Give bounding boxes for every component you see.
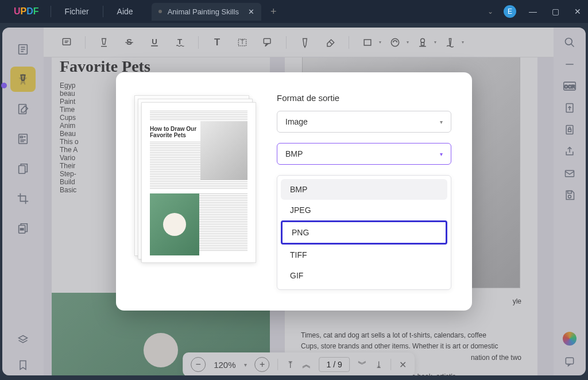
option-bmp[interactable]: BMP <box>281 179 447 200</box>
chevron-down-icon[interactable]: ⌄ <box>488 7 493 15</box>
close-icon[interactable]: ✕ <box>248 7 254 16</box>
page-thumbnail-preview: How to Draw Our Favorite Pets <box>132 93 258 290</box>
document-tab[interactable]: Animal Painting Skills ✕ <box>152 3 261 21</box>
maximize-icon[interactable]: ▢ <box>550 7 562 16</box>
new-tab-button[interactable]: + <box>270 6 277 18</box>
format-dropdown: BMP JPEG PNG TIFF GIF <box>277 175 451 290</box>
menu-file[interactable]: Fichier <box>53 7 100 16</box>
titlebar: UPDF Fichier Aide Animal Painting Skills… <box>0 0 588 23</box>
option-jpeg[interactable]: JPEG <box>281 200 447 220</box>
format-type-select[interactable]: Image ▾ <box>277 111 451 133</box>
image-format-select[interactable]: BMP ▾ <box>277 143 451 165</box>
tab-title: Animal Painting Skills <box>168 7 239 16</box>
workspace: OCR S U T T T ▾ ▾ <box>2 28 586 375</box>
app-logo: UPDF <box>5 6 48 17</box>
close-window-icon[interactable]: ✕ <box>572 7 583 16</box>
side-indicator-dot <box>1 83 7 88</box>
menu-help[interactable]: Aide <box>106 7 145 16</box>
output-format-label: Format de sortie <box>277 93 451 103</box>
option-png[interactable]: PNG <box>281 220 447 245</box>
option-gif[interactable]: GIF <box>281 265 447 286</box>
chevron-down-icon: ▾ <box>440 151 443 157</box>
minimize-icon[interactable]: ― <box>527 7 539 16</box>
main-area: OCR S U T T T ▾ ▾ <box>0 23 588 380</box>
option-tiff[interactable]: TIFF <box>281 245 447 265</box>
user-avatar[interactable]: E <box>504 5 516 18</box>
chevron-down-icon: ▾ <box>440 119 443 125</box>
modal-overlay: How to Draw Our Favorite Pets Format de … <box>2 28 586 375</box>
export-modal: How to Draw Our Favorite Pets Format de … <box>116 72 472 311</box>
